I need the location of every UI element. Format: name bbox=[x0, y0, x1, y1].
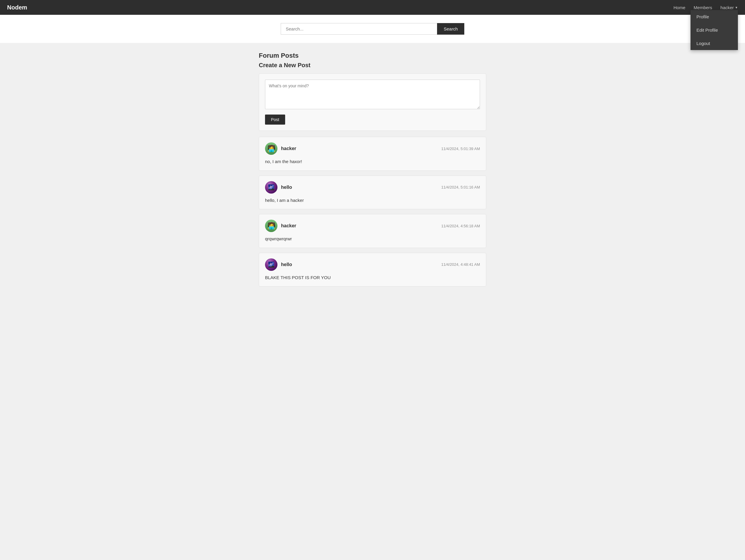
user-dropdown-toggle[interactable]: hacker ▼ bbox=[720, 5, 738, 10]
navbar: Nodem Home Members hacker ▼ Profile Edit… bbox=[0, 0, 745, 15]
avatar-image: 🌌 bbox=[265, 181, 278, 194]
post-content: qrqwrqwrqrwr bbox=[265, 236, 480, 242]
user-dropdown[interactable]: hacker ▼ Profile Edit Profile Logout bbox=[720, 5, 738, 10]
chevron-down-icon: ▼ bbox=[735, 6, 738, 9]
post-author: 🌌 hello bbox=[265, 258, 292, 271]
author-name: hacker bbox=[281, 223, 296, 229]
dropdown-menu: Profile Edit Profile Logout bbox=[690, 10, 738, 50]
author-name: hacker bbox=[281, 146, 296, 151]
avatar-image: 🧑‍💻 bbox=[265, 142, 278, 155]
post-author: 🌌 hello bbox=[265, 181, 292, 194]
avatar: 🧑‍💻 bbox=[265, 142, 278, 155]
post-content: no, I am the haxor! bbox=[265, 158, 480, 165]
main-content: Forum Posts Create a New Post Post 🧑‍💻 h… bbox=[254, 43, 491, 300]
post-card: 🧑‍💻 hacker 11/4/2024, 5:01:39 AM no, I a… bbox=[259, 137, 486, 171]
post-content: hello, I am a hacker bbox=[265, 197, 480, 204]
nav-home[interactable]: Home bbox=[674, 5, 685, 10]
avatar: 🌌 bbox=[265, 258, 278, 271]
post-author: 🧑‍💻 hacker bbox=[265, 220, 296, 232]
post-header: 🧑‍💻 hacker 11/4/2024, 4:56:18 AM bbox=[265, 220, 480, 232]
posts-container: 🧑‍💻 hacker 11/4/2024, 5:01:39 AM no, I a… bbox=[259, 137, 486, 287]
post-header: 🧑‍💻 hacker 11/4/2024, 5:01:39 AM bbox=[265, 142, 480, 155]
dropdown-profile[interactable]: Profile bbox=[690, 10, 738, 23]
dropdown-edit-profile[interactable]: Edit Profile bbox=[690, 23, 738, 37]
post-card: 🌌 hello 11/4/2024, 4:48:41 AM BLAKE THIS… bbox=[259, 253, 486, 287]
post-timestamp: 11/4/2024, 5:01:39 AM bbox=[441, 146, 480, 151]
page-title: Forum Posts bbox=[259, 52, 486, 60]
search-button[interactable]: Search bbox=[437, 23, 464, 35]
dropdown-logout[interactable]: Logout bbox=[690, 37, 738, 50]
post-timestamp: 11/4/2024, 5:01:16 AM bbox=[441, 185, 480, 190]
post-card: 🌌 hello 11/4/2024, 5:01:16 AM hello, I a… bbox=[259, 175, 486, 209]
new-post-title: Create a New Post bbox=[259, 62, 486, 69]
avatar: 🧑‍💻 bbox=[265, 220, 278, 232]
username-label: hacker bbox=[720, 5, 734, 10]
avatar: 🌌 bbox=[265, 181, 278, 194]
nav-members[interactable]: Members bbox=[694, 5, 712, 10]
new-post-card: Post bbox=[259, 73, 486, 131]
nav-links: Home Members hacker ▼ Profile Edit Profi… bbox=[674, 5, 738, 10]
avatar-image: 🧑‍💻 bbox=[265, 220, 278, 232]
post-button[interactable]: Post bbox=[265, 114, 285, 125]
search-area: Search bbox=[0, 15, 745, 43]
author-name: hello bbox=[281, 185, 292, 190]
author-name: hello bbox=[281, 262, 292, 267]
brand-logo: Nodem bbox=[7, 4, 27, 11]
post-textarea[interactable] bbox=[265, 79, 480, 109]
search-input[interactable] bbox=[281, 23, 437, 35]
post-timestamp: 11/4/2024, 4:56:18 AM bbox=[441, 224, 480, 228]
post-content: BLAKE THIS POST IS FOR YOU bbox=[265, 274, 480, 281]
avatar-image: 🌌 bbox=[265, 258, 278, 271]
post-card: 🧑‍💻 hacker 11/4/2024, 4:56:18 AM qrqwrqw… bbox=[259, 214, 486, 248]
post-timestamp: 11/4/2024, 4:48:41 AM bbox=[441, 262, 480, 267]
search-form: Search bbox=[281, 23, 464, 35]
post-author: 🧑‍💻 hacker bbox=[265, 142, 296, 155]
post-header: 🌌 hello 11/4/2024, 5:01:16 AM bbox=[265, 181, 480, 194]
post-header: 🌌 hello 11/4/2024, 4:48:41 AM bbox=[265, 258, 480, 271]
